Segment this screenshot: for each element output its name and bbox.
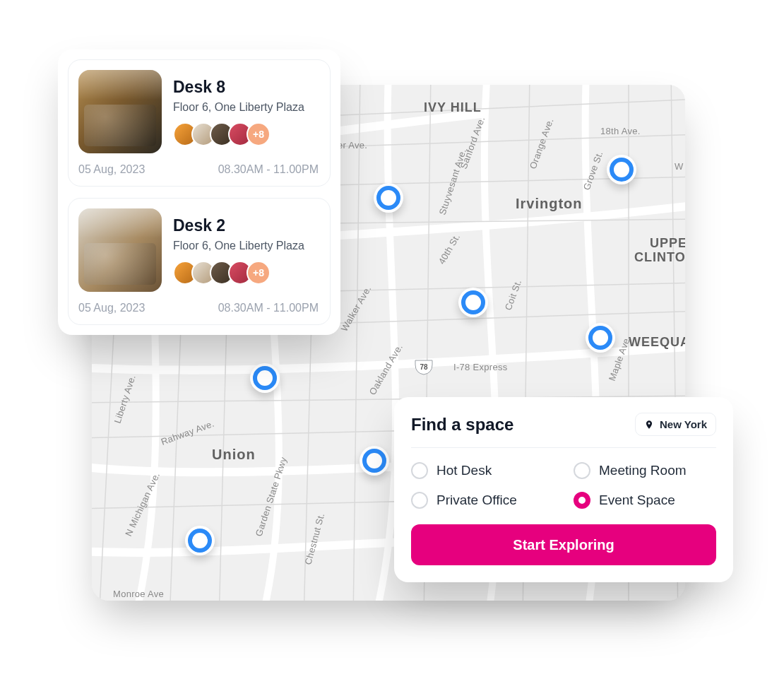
radio-icon — [574, 492, 590, 509]
space-type-label: Hot Desk — [436, 463, 492, 478]
find-space-panel: Find a space New York Hot DeskMeeting Ro… — [394, 397, 733, 582]
booking-time: 08.30AM - 11.00PM — [218, 163, 319, 176]
attendee-avatars: +8 — [173, 122, 304, 146]
booking-date: 05 Aug, 2023 — [78, 302, 145, 314]
map-label-irvington: Irvington — [516, 196, 583, 211]
booking-thumbnail — [78, 70, 162, 153]
space-type-option[interactable]: Hot Desk — [411, 462, 554, 479]
space-type-option[interactable]: Private Office — [411, 492, 554, 509]
map-label-w: W — [675, 161, 684, 172]
space-type-option[interactable]: Event Space — [574, 492, 716, 509]
map-label-18th: 18th Ave. — [600, 126, 641, 136]
space-type-label: Event Space — [599, 493, 675, 508]
booking-time: 08.30AM - 11.00PM — [218, 302, 319, 314]
map-marker[interactable] — [250, 363, 280, 393]
space-type-label: Private Office — [436, 493, 517, 508]
map-label-monroe: Monroe Ave — [113, 589, 164, 599]
space-type-label: Meeting Room — [599, 463, 687, 478]
map-marker[interactable] — [360, 446, 389, 476]
avatar-more-count: +8 — [247, 261, 271, 285]
radio-icon — [411, 492, 428, 509]
space-type-option[interactable]: Meeting Room — [574, 462, 716, 479]
avatar-more-count: +8 — [247, 122, 271, 146]
map-label-weequah: WEEQUAH — [629, 335, 685, 349]
map-marker[interactable] — [374, 183, 403, 213]
radio-icon — [411, 462, 428, 479]
attendee-avatars: +8 — [173, 261, 304, 285]
booking-title: Desk 2 — [173, 216, 304, 235]
location-pin-icon — [644, 420, 654, 430]
city-selector[interactable]: New York — [635, 413, 716, 436]
booking-panel: Desk 8Floor 6, One Liberty Plaza+805 Aug… — [58, 49, 340, 335]
map-marker[interactable] — [458, 288, 488, 317]
svg-text:78: 78 — [420, 363, 428, 371]
start-exploring-button[interactable]: Start Exploring — [411, 524, 716, 565]
map-label-i78: I-78 Express — [453, 362, 508, 372]
booking-date: 05 Aug, 2023 — [78, 163, 145, 176]
find-space-title: Find a space — [411, 415, 513, 435]
booking-card[interactable]: Desk 8Floor 6, One Liberty Plaza+805 Aug… — [68, 59, 331, 187]
map-label-ivy-hill: IVY HILL — [424, 100, 482, 114]
map-marker[interactable] — [185, 526, 215, 555]
booking-location: Floor 6, One Liberty Plaza — [173, 240, 304, 252]
booking-title: Desk 8 — [173, 78, 304, 97]
booking-thumbnail — [78, 208, 162, 292]
booking-card[interactable]: Desk 2Floor 6, One Liberty Plaza+805 Aug… — [68, 198, 331, 325]
map-marker[interactable] — [586, 323, 615, 353]
radio-icon — [574, 462, 590, 479]
booking-location: Floor 6, One Liberty Plaza — [173, 101, 304, 114]
map-label-union: Union — [212, 447, 256, 462]
map-marker[interactable] — [607, 155, 636, 184]
city-label: New York — [660, 418, 707, 430]
